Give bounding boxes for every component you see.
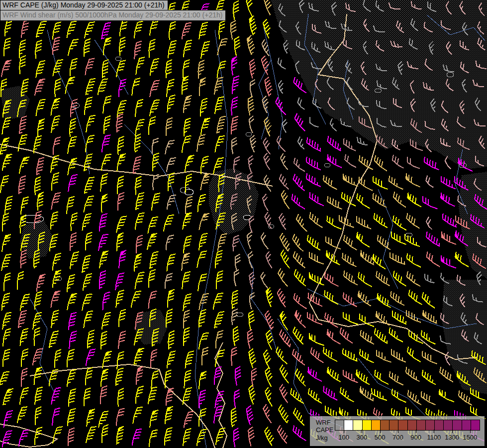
legend-color-cell (443, 420, 452, 430)
legend-tick (344, 430, 344, 433)
map-title-windshear: WRF Wind shear (m/s) 500/1000hPa Monday … (0, 10, 226, 21)
legend-tick (434, 430, 434, 433)
legend-color-cell (462, 420, 471, 430)
legend-label-unit: J/kg (316, 435, 328, 441)
legend-label-wrf: WRF (316, 419, 331, 426)
legend-color-cell (434, 420, 443, 430)
legend-color-cell (371, 420, 380, 430)
weather-map (0, 0, 487, 448)
legend-color-cell (407, 420, 416, 430)
map-title-cape: WRF CAPE (J/kg) Monday 29-09-2025 21:00 … (0, 0, 168, 11)
legend-color-cell (389, 420, 398, 430)
legend-color-cell (335, 420, 344, 430)
legend-color-cell (471, 420, 480, 430)
legend-color-bar (335, 420, 480, 431)
legend-tick (416, 430, 416, 433)
legend-color-cell (425, 420, 434, 430)
legend-color-cell (353, 420, 362, 430)
legend-tick-label: 1500 (459, 434, 481, 441)
legend-color-cell (344, 420, 353, 430)
legend-color-cell (380, 420, 389, 430)
weather-map-screen: WRF CAPE (J/kg) Monday 29-09-2025 21:00 … (0, 0, 487, 448)
legend-color-cell (398, 420, 407, 430)
legend-color-cell (452, 420, 461, 430)
legend-tick (362, 430, 362, 433)
legend-label-cape: CAPE (316, 427, 333, 433)
legend-tick (380, 430, 381, 433)
legend-color-cell (416, 420, 425, 430)
cape-legend: WRF CAPE J/kg 10030050070090011001300150… (309, 416, 485, 447)
legend-tick (452, 430, 453, 433)
legend-color-cell (362, 420, 371, 430)
legend-tick (470, 430, 471, 433)
legend-tick (398, 430, 398, 433)
